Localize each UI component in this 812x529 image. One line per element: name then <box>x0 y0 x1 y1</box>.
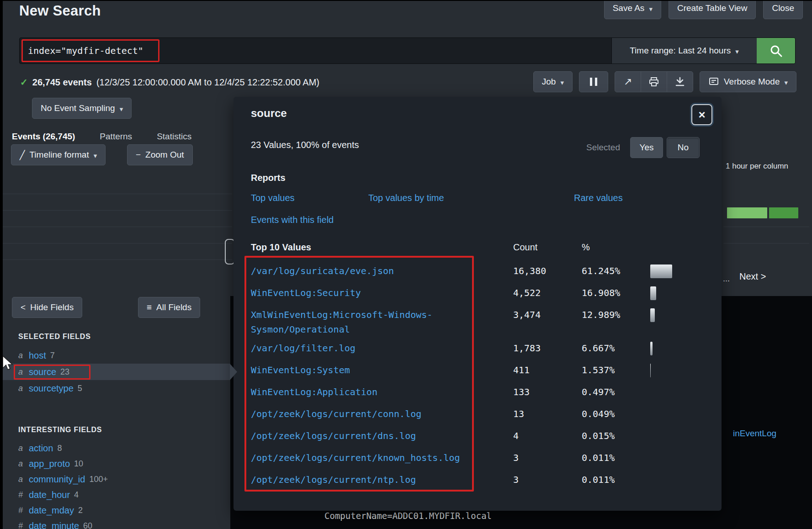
field-name[interactable]: date_mday <box>29 505 74 516</box>
sidebar-field-host[interactable]: ahost7 <box>3 347 230 364</box>
report-link-top-values[interactable]: Top values <box>251 193 295 203</box>
sidebar-field-date_mday[interactable]: #date_mday2 <box>3 503 230 518</box>
field-type-prefix: # <box>18 506 25 515</box>
page-title: New Search <box>19 3 101 19</box>
report-link-events-with-field[interactable]: Events with this field <box>251 215 334 225</box>
download-icon <box>674 76 685 87</box>
all-fields-button[interactable]: ≡ All Fields <box>138 297 200 318</box>
top-value-row: WinEventLog:Security4,52216.908% <box>251 281 703 303</box>
results-actions: Job ▾ ↗ <box>533 71 796 92</box>
field-distinct-count: 4 <box>74 490 79 500</box>
timeline-format-button[interactable]: ╱ Timeline format ▾ <box>11 144 106 165</box>
sidebar-field-community_id[interactable]: acommunity_id100+ <box>3 471 230 487</box>
list-icon: ≡ <box>147 302 152 312</box>
search-mode-button[interactable]: Verbose Mode ▾ <box>700 71 796 92</box>
field-type-prefix: a <box>18 351 25 360</box>
print-button[interactable] <box>641 71 667 92</box>
timeline-bar[interactable] <box>769 207 798 218</box>
value-count: 3 <box>513 472 582 487</box>
zoom-out-button[interactable]: − Zoom Out <box>127 144 193 165</box>
field-value-link[interactable]: /var/log/filter.log <box>251 341 513 355</box>
field-name[interactable]: community_id <box>29 474 85 485</box>
timeline-gridline <box>3 259 232 260</box>
field-value-link[interactable]: /var/log/suricata/eve.json <box>251 264 513 278</box>
partial-wineventlog-link[interactable]: inEventLog <box>733 428 776 439</box>
field-value-link[interactable]: WinEventLog:System <box>251 363 513 377</box>
selected-label: Selected <box>586 143 620 153</box>
field-value-link[interactable]: /opt/zeek/logs/current/conn.log <box>251 407 513 421</box>
field-distinct-count: 5 <box>78 384 82 393</box>
sidebar-field-action[interactable]: aaction8 <box>3 440 230 456</box>
caret-down-icon: ▾ <box>735 48 739 55</box>
close-search-button[interactable]: Close <box>763 0 803 19</box>
field-value-link[interactable]: /opt/zeek/logs/current/ntp.log <box>251 472 513 487</box>
field-type-prefix: # <box>18 490 25 500</box>
field-name[interactable]: date_hour <box>29 490 70 500</box>
value-count: 4 <box>513 428 582 443</box>
selected-yes-button[interactable]: Yes <box>630 137 663 158</box>
job-menu-button[interactable]: Job ▾ <box>533 71 573 92</box>
save-as-button[interactable]: Save As ▾ <box>604 0 661 19</box>
selected-no-button[interactable]: No <box>667 137 700 158</box>
time-range-picker[interactable]: Time range: Last 24 hours ▾ <box>611 38 757 63</box>
timeline-gridline <box>723 243 809 243</box>
selected-toggle-group: Selected Yes No <box>586 137 700 158</box>
top-value-row: /opt/zeek/logs/current/known_hosts.log30… <box>251 446 703 468</box>
field-value-link[interactable]: /opt/zeek/logs/current/known_hosts.log <box>251 450 513 465</box>
job-icon-group: ↗ <box>615 71 693 92</box>
field-value-link[interactable]: XmlWinEventLog:Microsoft-Windows-Sysmon/… <box>251 307 513 337</box>
mouse-cursor <box>2 355 14 371</box>
job-done-check-icon: ✓ <box>20 77 28 88</box>
timeline-gridline <box>723 227 809 227</box>
field-type-prefix: a <box>18 444 25 453</box>
top-values-heading: Top 10 Values <box>251 242 513 253</box>
value-count: 1,783 <box>513 341 582 355</box>
hide-fields-button[interactable]: < Hide Fields <box>12 297 82 318</box>
sidebar-field-app_proto[interactable]: aapp_proto10 <box>3 456 230 471</box>
value-count: 16,380 <box>513 264 582 278</box>
verbose-mode-icon <box>708 76 719 87</box>
event-field-computername: ComputerName=ADDC01.MYDFIR.local <box>324 511 492 521</box>
distribution-bar <box>650 364 651 377</box>
value-count: 13 <box>513 407 582 421</box>
value-count: 133 <box>513 385 582 399</box>
report-link-rare-values[interactable]: Rare values <box>574 193 623 203</box>
field-name[interactable]: sourcetype <box>29 383 74 394</box>
share-job-button[interactable]: ↗ <box>615 71 641 92</box>
field-value-link[interactable]: WinEventLog:Security <box>251 286 513 300</box>
field-distinct-count: 8 <box>57 444 62 453</box>
field-type-prefix: a <box>18 384 25 393</box>
search-button[interactable] <box>757 38 795 63</box>
field-values-summary: 23 Values, 100% of events <box>251 140 359 150</box>
top-value-row: XmlWinEventLog:Microsoft-Windows-Sysmon/… <box>251 303 703 337</box>
report-link-top-values-by-time[interactable]: Top values by time <box>368 193 444 203</box>
create-table-view-button[interactable]: Create Table View <box>669 0 756 19</box>
search-query-input[interactable]: index="mydfir-detect" <box>20 38 611 63</box>
field-name[interactable]: date_minute <box>29 521 79 529</box>
event-sampling-button[interactable]: No Event Sampling ▾ <box>32 98 132 119</box>
field-value-link[interactable]: /opt/zeek/logs/current/dns.log <box>251 428 513 443</box>
pause-job-button[interactable] <box>579 71 608 92</box>
print-icon <box>648 76 659 87</box>
pagination-next-link[interactable]: Next > <box>739 271 766 282</box>
sidebar-field-date_hour[interactable]: #date_hour4 <box>3 487 230 503</box>
sidebar-field-sourcetype[interactable]: asourcetype5 <box>3 380 230 397</box>
pagination-ellipsis: ... <box>723 274 730 284</box>
distribution-bar <box>650 342 653 355</box>
field-name[interactable]: host <box>29 350 46 361</box>
popup-close-button[interactable]: × <box>691 104 712 125</box>
export-button[interactable] <box>667 71 693 92</box>
timeline-gridline <box>3 227 232 227</box>
field-name[interactable]: app_proto <box>29 459 70 469</box>
value-percent: 0.011% <box>582 450 650 465</box>
results-summary: ✓ 26,745 events (12/3/25 12:00:00.000 AM… <box>20 77 319 88</box>
value-percent: 0.015% <box>582 428 650 443</box>
field-value-link[interactable]: WinEventLog:Application <box>251 385 513 399</box>
interesting-fields-heading: INTERESTING FIELDS <box>18 426 102 434</box>
timeline-bar[interactable] <box>727 207 767 218</box>
top-value-row: /var/log/suricata/eve.json16,38061.245% <box>251 259 703 281</box>
field-name[interactable]: action <box>29 443 53 454</box>
field-type-prefix: # <box>18 521 25 529</box>
value-percent: 12.989% <box>582 307 650 322</box>
sidebar-field-date_minute[interactable]: #date_minute60 <box>3 518 230 529</box>
